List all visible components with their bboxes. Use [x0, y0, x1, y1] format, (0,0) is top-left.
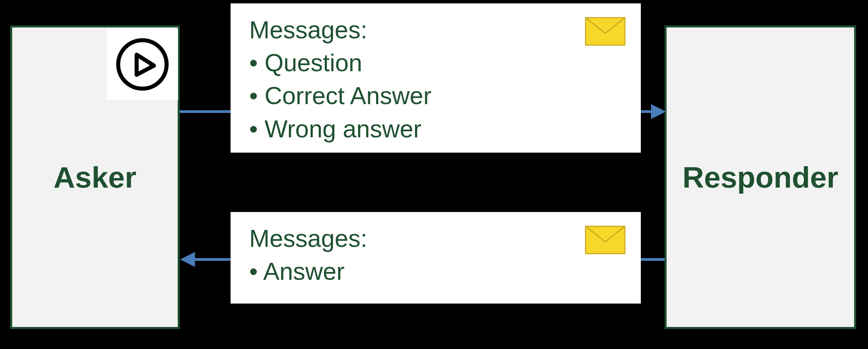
- actor-asker-label: Asker: [54, 160, 137, 195]
- arrow-bottom-to-asker-head: [180, 252, 195, 267]
- list-item: Question: [249, 46, 626, 79]
- mail-icon: [585, 17, 626, 46]
- messages-box-bottom-list: Answer: [249, 255, 626, 288]
- list-item: Answer: [249, 255, 626, 288]
- actor-responder: Responder: [665, 25, 856, 329]
- list-item: Correct Answer: [249, 79, 626, 112]
- messages-box-top: Messages: Question Correct Answer Wrong …: [231, 3, 641, 153]
- messages-box-bottom-title: Messages:: [249, 222, 626, 255]
- arrow-bottom-to-asker-line: [195, 258, 231, 261]
- actor-responder-label: Responder: [683, 160, 839, 195]
- mail-icon: [585, 226, 626, 254]
- messages-box-bottom: Messages: Answer: [231, 212, 641, 304]
- arrow-asker-to-top: [180, 110, 231, 113]
- play-icon: [107, 29, 178, 100]
- diagram-stage: Asker Responder Messages: Question Corre…: [0, 0, 868, 349]
- arrow-responder-to-bottom: [641, 258, 665, 261]
- play-icon-svg: [114, 36, 171, 93]
- list-item: Wrong answer: [249, 113, 626, 146]
- arrow-top-to-responder-head: [651, 104, 666, 119]
- messages-box-top-list: Question Correct Answer Wrong answer: [249, 46, 626, 146]
- messages-box-top-title: Messages:: [249, 14, 626, 46]
